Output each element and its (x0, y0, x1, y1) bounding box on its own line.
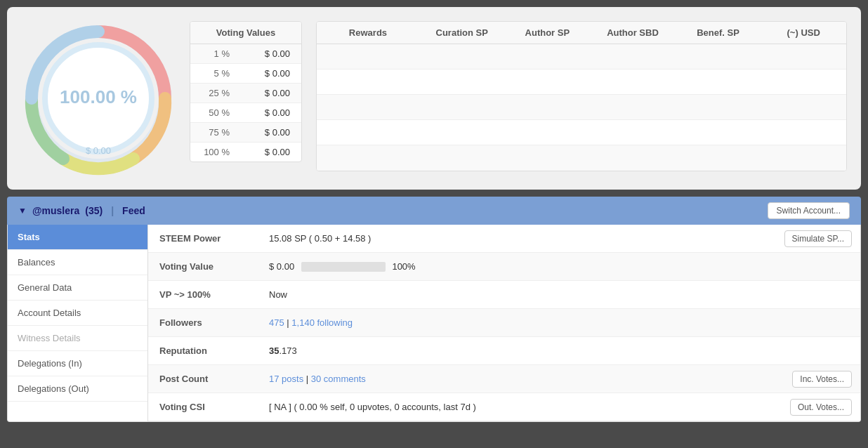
followers-action (843, 319, 860, 327)
dropdown-arrow-icon[interactable]: ▼ (18, 206, 27, 216)
voting-row-2: 5 % $ 0.00 (190, 64, 301, 84)
voting-values-box: Voting Values 1 % $ 0.00 5 % $ 0.00 25 %… (190, 21, 302, 162)
voting-csi-value: [ NA ] ( 0.00 % self, 0 upvotes, 0 accou… (261, 396, 782, 418)
voting-row-3: 25 % $ 0.00 (190, 84, 301, 103)
post-count-sep: | (306, 374, 311, 384)
followers-value: 475 | 1,140 following (261, 312, 843, 334)
steem-power-action: Simulate SP... (776, 226, 860, 251)
inc-votes-button[interactable]: Inc. Votes... (792, 371, 852, 388)
sidebar-item-general-data[interactable]: General Data (8, 275, 147, 301)
posts-link[interactable]: 17 posts (269, 374, 303, 384)
voting-progress-bar (301, 262, 386, 272)
stats-row-voting-csi: Voting CSI [ NA ] ( 0.00 % self, 0 upvot… (148, 393, 860, 421)
rewards-header: Rewards Curation SP Author SP Author SBD… (317, 22, 846, 44)
rewards-row-5 (317, 145, 846, 171)
feed-link[interactable]: Feed (122, 205, 145, 216)
rewards-col-author-sp: Author SP (505, 27, 591, 38)
following-count[interactable]: 1,140 following (291, 317, 353, 328)
vp-value: Now (261, 284, 843, 305)
reputation-value: 35.173 (261, 340, 843, 362)
comments-link[interactable]: 30 comments (311, 374, 366, 384)
post-count-action: Inc. Votes... (784, 367, 860, 392)
stats-row-reputation: Reputation 35.173 (148, 337, 860, 365)
rewards-row-2 (317, 70, 846, 95)
account-username: @muslera (32, 205, 79, 216)
voting-value-label: Voting Value (148, 256, 261, 277)
sidebar-item-stats[interactable]: Stats (8, 225, 147, 250)
voting-value-action (843, 263, 860, 271)
rewards-row-1 (317, 44, 846, 70)
rewards-col-usd: (~) USD (761, 27, 846, 38)
sidebar-item-witness-details: Witness Details (8, 326, 147, 351)
voting-row-5: 75 % $ 0.00 (190, 123, 301, 143)
sidebar-item-balances[interactable]: Balances (8, 250, 147, 275)
voting-row-6: 100 % $ 0.00 (190, 143, 301, 162)
followers-count[interactable]: 475 (269, 317, 284, 328)
rewards-col-author-sbd: Author SBD (590, 27, 676, 38)
gauge-bottom-text: $ 0.00 (86, 145, 111, 156)
vp-action (843, 291, 860, 299)
reputation-action (843, 347, 860, 355)
stats-row-post-count: Post Count 17 posts | 30 comments Inc. V… (148, 365, 860, 393)
main-content: Stats Balances General Data Account Deta… (7, 225, 861, 422)
sidebar-item-delegations-in[interactable]: Delegations (In) (8, 351, 147, 376)
steem-power-value: 15.08 SP ( 0.50 + 14.58 ) (261, 228, 776, 249)
voting-values-header: Voting Values (190, 22, 301, 44)
steem-power-label: STEEM Power (148, 228, 261, 249)
stats-row-steem-power: STEEM Power 15.08 SP ( 0.50 + 14.58 ) Si… (148, 225, 860, 253)
reputation-label: Reputation (148, 340, 261, 362)
simulate-sp-button[interactable]: Simulate SP... (784, 230, 852, 247)
reputation-decimal: .173 (279, 345, 296, 356)
rewards-row-3 (317, 95, 846, 120)
stats-row-vp: VP ~> 100% Now (148, 281, 860, 309)
out-votes-button[interactable]: Out. Votes... (790, 399, 852, 416)
stats-row-followers: Followers 475 | 1,140 following (148, 309, 860, 337)
rewards-row-4 (317, 120, 846, 145)
rewards-col-rewards: Rewards (317, 27, 419, 38)
voting-row-1: 1 % $ 0.00 (190, 44, 301, 64)
sidebar-item-account-details[interactable]: Account Details (8, 301, 147, 326)
voting-progress-label: 100% (392, 261, 415, 272)
stats-row-voting-value: Voting Value $ 0.00 100% (148, 253, 860, 281)
reputation-integer: 35 (269, 345, 279, 356)
sidebar-item-delegations-out[interactable]: Delegations (Out) (8, 376, 147, 402)
stats-panel: STEEM Power 15.08 SP ( 0.50 + 14.58 ) Si… (148, 225, 860, 421)
voting-row-4: 50 % $ 0.00 (190, 103, 301, 123)
rewards-col-benef: Benef. SP (676, 27, 761, 38)
voting-value-value: $ 0.00 100% (261, 256, 843, 278)
voting-value-amount: $ 0.00 (269, 261, 294, 272)
rewards-col-curation: Curation SP (419, 27, 505, 38)
gauge-container: 100.00 % $ 0.00 (21, 21, 176, 176)
bottom-section: ▼ @muslera (35) | Feed Switch Account...… (7, 197, 861, 422)
gauge-center-text: 100.00 % (60, 86, 137, 108)
account-header: ▼ @muslera (35) | Feed Switch Account... (7, 197, 861, 225)
vp-label: VP ~> 100% (148, 284, 261, 305)
followers-label: Followers (148, 312, 261, 334)
sidebar: Stats Balances General Data Account Deta… (8, 225, 148, 421)
post-count-label: Post Count (148, 368, 261, 390)
post-count-value: 17 posts | 30 comments (261, 368, 784, 390)
account-reputation: (35) (85, 205, 103, 216)
separator: | (111, 205, 114, 216)
rewards-box: Rewards Curation SP Author SP Author SBD… (316, 21, 847, 171)
switch-account-button[interactable]: Switch Account... (768, 202, 850, 219)
voting-csi-action: Out. Votes... (782, 395, 860, 420)
voting-csi-label: Voting CSI (148, 396, 261, 418)
account-info: ▼ @muslera (35) | Feed (18, 205, 145, 216)
top-panel: 100.00 % $ 0.00 Voting Values 1 % $ 0.00… (7, 7, 861, 190)
